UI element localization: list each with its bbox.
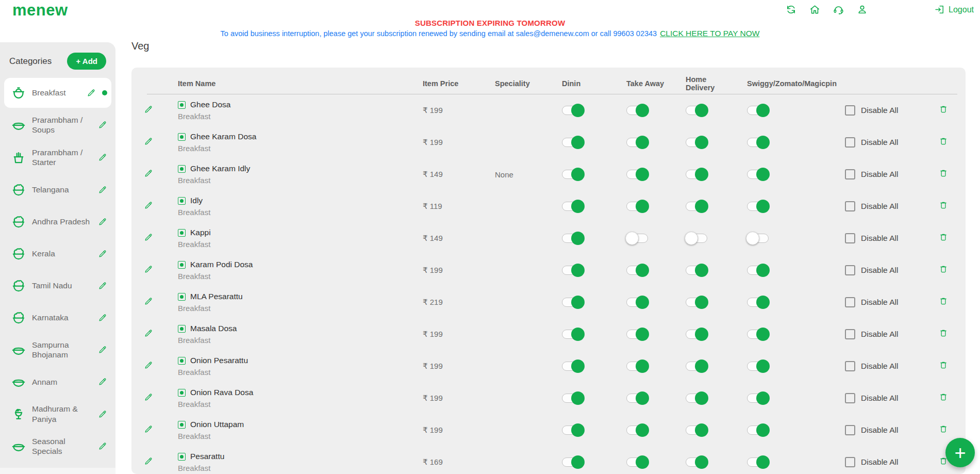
edit-category-icon[interactable]: [98, 185, 107, 194]
delete-item-icon[interactable]: [939, 360, 948, 370]
edit-item-icon[interactable]: [144, 361, 153, 370]
take-away-toggle[interactable]: [626, 362, 648, 371]
home-delivery-toggle[interactable]: [686, 426, 707, 435]
swiggy-toggle[interactable]: [747, 394, 769, 403]
edit-category-icon[interactable]: [87, 88, 96, 97]
home-delivery-toggle[interactable]: [686, 266, 707, 275]
dinin-toggle[interactable]: [562, 170, 584, 179]
sidebar-item-sampurna-bhojanam[interactable]: Sampurna Bhojanam: [4, 335, 111, 365]
sidebar-item-breakfast[interactable]: Breakfast: [4, 78, 111, 108]
delete-item-icon[interactable]: [939, 392, 948, 402]
edit-item-icon[interactable]: [144, 424, 153, 434]
home-delivery-toggle[interactable]: [686, 202, 707, 211]
edit-category-icon[interactable]: [98, 410, 107, 419]
swiggy-toggle[interactable]: [747, 266, 769, 275]
dinin-toggle[interactable]: [562, 234, 584, 243]
take-away-toggle[interactable]: [626, 266, 648, 275]
swiggy-toggle[interactable]: [747, 362, 769, 371]
dinin-toggle[interactable]: [562, 298, 584, 307]
home-delivery-toggle[interactable]: [686, 457, 707, 467]
disable-all-checkbox[interactable]: [845, 169, 855, 179]
edit-item-icon[interactable]: [144, 169, 153, 178]
take-away-toggle[interactable]: [626, 298, 648, 307]
delete-item-icon[interactable]: [939, 424, 948, 434]
edit-item-icon[interactable]: [144, 137, 153, 146]
disable-all-checkbox[interactable]: [845, 233, 855, 243]
edit-category-icon[interactable]: [98, 249, 107, 258]
sidebar-item-annam[interactable]: Annam: [4, 367, 111, 397]
logout-button[interactable]: Logout: [934, 4, 974, 15]
dinin-toggle[interactable]: [562, 330, 584, 339]
take-away-toggle[interactable]: [626, 202, 648, 211]
swiggy-toggle[interactable]: [747, 106, 769, 115]
swiggy-toggle[interactable]: [747, 234, 769, 243]
dinin-toggle[interactable]: [562, 394, 584, 403]
disable-all-checkbox[interactable]: [845, 137, 855, 148]
edit-item-icon[interactable]: [144, 105, 153, 114]
disable-all-checkbox[interactable]: [845, 393, 855, 403]
home-delivery-toggle[interactable]: [686, 362, 707, 371]
sidebar-item-prarambham-starter[interactable]: Prarambham / Starter: [4, 142, 111, 173]
edit-category-icon[interactable]: [98, 313, 107, 322]
delete-item-icon[interactable]: [939, 264, 948, 274]
edit-item-icon[interactable]: [144, 329, 153, 338]
take-away-toggle[interactable]: [626, 426, 648, 435]
take-away-toggle[interactable]: [626, 170, 648, 179]
edit-category-icon[interactable]: [98, 377, 107, 386]
swiggy-toggle[interactable]: [747, 138, 769, 147]
dinin-toggle[interactable]: [562, 138, 584, 147]
add-item-fab[interactable]: +: [945, 438, 975, 467]
delete-item-icon[interactable]: [939, 296, 948, 306]
dinin-toggle[interactable]: [562, 106, 584, 115]
sidebar-item-seasonal-specials[interactable]: Seasonal Specials: [4, 431, 111, 462]
edit-category-icon[interactable]: [98, 120, 107, 129]
home-delivery-toggle[interactable]: [686, 298, 707, 307]
edit-item-icon[interactable]: [144, 233, 153, 242]
delete-item-icon[interactable]: [939, 168, 948, 178]
take-away-toggle[interactable]: [626, 106, 648, 115]
sidebar-item-prarambham-soups[interactable]: Prarambham / Soups: [4, 110, 111, 140]
swiggy-toggle[interactable]: [747, 202, 769, 211]
sidebar-item-tamil-nadu[interactable]: Tamil Nadu: [4, 271, 111, 301]
disable-all-checkbox[interactable]: [845, 105, 855, 116]
disable-all-checkbox[interactable]: [845, 329, 855, 339]
edit-category-icon[interactable]: [98, 442, 107, 451]
home-delivery-toggle[interactable]: [686, 138, 707, 147]
sidebar-item-madhuram-paniya[interactable]: Madhuram & Paniya: [4, 399, 111, 429]
disable-all-checkbox[interactable]: [845, 457, 855, 467]
home-delivery-toggle[interactable]: [686, 170, 707, 179]
home-delivery-toggle[interactable]: [686, 234, 707, 243]
swiggy-toggle[interactable]: [747, 426, 769, 435]
dinin-toggle[interactable]: [562, 457, 584, 467]
sidebar-item-karnataka[interactable]: Karnataka: [4, 303, 111, 333]
take-away-toggle[interactable]: [626, 138, 648, 147]
disable-all-checkbox[interactable]: [845, 361, 855, 371]
disable-all-checkbox[interactable]: [845, 297, 855, 307]
delete-item-icon[interactable]: [939, 232, 948, 242]
dinin-toggle[interactable]: [562, 426, 584, 435]
edit-category-icon[interactable]: [98, 345, 107, 354]
edit-item-icon[interactable]: [144, 393, 153, 402]
edit-item-icon[interactable]: [144, 456, 153, 466]
disable-all-checkbox[interactable]: [845, 265, 855, 275]
edit-category-icon[interactable]: [98, 217, 107, 226]
dinin-toggle[interactable]: [562, 362, 584, 371]
refresh-icon[interactable]: [785, 4, 797, 15]
sidebar-item-andhra-pradesh[interactable]: Andhra Pradesh: [4, 207, 111, 237]
edit-item-icon[interactable]: [144, 297, 153, 306]
delete-item-icon[interactable]: [939, 328, 948, 338]
disable-all-checkbox[interactable]: [845, 201, 855, 211]
edit-item-icon[interactable]: [144, 265, 153, 274]
take-away-toggle[interactable]: [626, 394, 648, 403]
home-delivery-toggle[interactable]: [686, 330, 707, 339]
home-icon[interactable]: [809, 4, 821, 15]
dinin-toggle[interactable]: [562, 266, 584, 275]
delete-item-icon[interactable]: [939, 200, 948, 210]
edit-category-icon[interactable]: [98, 153, 107, 162]
home-delivery-toggle[interactable]: [686, 394, 707, 403]
support-icon[interactable]: [833, 4, 844, 15]
swiggy-toggle[interactable]: [747, 170, 769, 179]
home-delivery-toggle[interactable]: [686, 106, 707, 115]
delete-item-icon[interactable]: [939, 136, 948, 146]
sidebar-item-kerala[interactable]: Kerala: [4, 239, 111, 269]
